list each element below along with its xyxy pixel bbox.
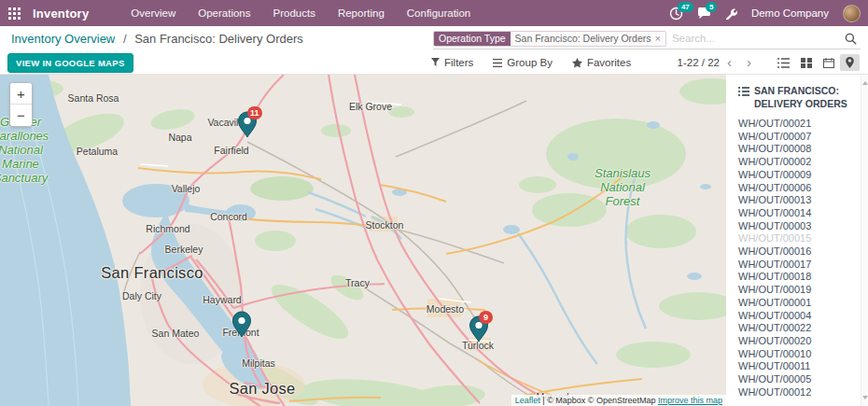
record-link[interactable]: WH/OUT/00016 [738,245,857,259]
facet-category-label: Operation Type [434,32,511,46]
search-icon[interactable] [845,33,857,45]
filter-icon [431,58,440,67]
company-name[interactable]: Demo Company [751,7,829,19]
record-link[interactable]: WH/OUT/00020 [738,335,857,348]
marker-count-badge: 9 [479,311,493,324]
map-marker[interactable] [231,311,252,339]
map-attribution: Leaflet | © Mapbox © OpenStreetMap Impro… [511,395,726,406]
activity-count-badge: 47 [678,2,693,12]
leaflet-link[interactable]: Leaflet [515,396,540,405]
search-bar: Operation Type San Francisco: Delivery O… [433,29,861,49]
map-tiles [0,75,726,406]
breadcrumb-separator: / [123,32,127,46]
breadcrumb-parent-link[interactable]: Inventory Overview [11,32,115,46]
search-facet: Operation Type San Francisco: Delivery O… [433,31,666,47]
zoom-in-button[interactable]: + [10,83,32,105]
record-link[interactable]: WH/OUT/00021 [738,118,857,131]
scroll-up-icon[interactable] [862,81,868,85]
map-record-panel: SAN FRANCISCO: DELIVERY ORDERS WH/OUT/00… [726,75,861,406]
scroll-down-icon[interactable] [862,396,868,399]
map-marker[interactable]: 11 [237,111,258,139]
control-panel-top: Inventory Overview / San Francisco: Deli… [0,26,868,51]
pager-range: 1-22 / 22 [678,57,720,68]
star-icon [572,58,582,68]
record-link[interactable]: WH/OUT/00013 [738,194,857,207]
app-name[interactable]: Inventory [33,7,89,21]
attribution-text: | © Mapbox © OpenStreetMap [540,396,658,405]
record-link[interactable]: WH/OUT/00022 [738,322,857,335]
group-by-button[interactable]: Group By [493,57,553,68]
record-list: WH/OUT/00021WH/OUT/00007WH/OUT/00008WH/O… [738,118,857,399]
record-link[interactable]: WH/OUT/00007 [738,131,857,144]
kanban-view-button[interactable] [795,54,818,71]
record-link[interactable]: WH/OUT/00001 [738,297,857,310]
record-link[interactable]: WH/OUT/00011 [738,360,857,373]
top-navbar: Inventory OverviewOperationsProductsRepo… [0,0,868,26]
record-link[interactable]: WH/OUT/00018 [738,271,857,284]
map-zoom-control: + − [9,82,33,127]
app-menu: OverviewOperationsProductsReportingConfi… [121,1,480,25]
list-icon [738,86,749,110]
facet-value: San Francisco: Delivery Orders [515,33,651,44]
record-link[interactable]: WH/OUT/00010 [738,348,857,361]
menu-reporting[interactable]: Reporting [329,1,394,25]
record-panel-title: SAN FRANCISCO: DELIVERY ORDERS [754,84,857,110]
menu-overview[interactable]: Overview [121,1,185,25]
menu-configuration[interactable]: Configuration [398,1,480,25]
list-view-button[interactable] [772,54,795,71]
map-view-icon [846,57,854,68]
filters-button[interactable]: Filters [431,57,473,68]
group-by-icon [493,59,502,67]
apps-menu-icon[interactable] [8,7,21,20]
record-link[interactable]: WH/OUT/00004 [738,310,857,323]
pager-next-button[interactable]: › [739,57,759,68]
menu-operations[interactable]: Operations [189,1,259,25]
record-link[interactable]: WH/OUT/00015 [738,232,857,245]
favorites-button[interactable]: Favorites [572,57,631,68]
improve-map-link[interactable]: Improve this map [658,396,722,405]
zoom-out-button[interactable]: − [10,105,32,126]
record-link[interactable]: WH/OUT/00019 [738,284,857,297]
record-link[interactable]: WH/OUT/00003 [738,220,857,233]
panel-scrollbar[interactable] [861,75,868,406]
breadcrumb: Inventory Overview / San Francisco: Deli… [0,32,303,46]
calendar-view-icon [823,58,834,68]
facet-remove-icon[interactable]: × [655,33,661,44]
activities-button[interactable]: 47 [669,7,683,21]
view-switcher [772,54,860,71]
kanban-view-icon [801,58,812,68]
record-link[interactable]: WH/OUT/00017 [738,259,857,272]
map-pin-icon [231,311,252,339]
user-avatar[interactable] [843,5,861,22]
control-panel-bottom: VIEW IN GOOGLE MAPS Filters Group By Fav… [0,51,868,75]
pager-previous-button[interactable]: ‹ [720,57,739,68]
list-view-icon [777,58,790,68]
support-tools-button[interactable] [725,7,737,20]
menu-products[interactable]: Products [264,1,325,25]
map-view-button[interactable] [840,54,860,71]
breadcrumb-current: San Francisco: Delivery Orders [134,32,303,46]
record-link[interactable]: WH/OUT/00002 [738,156,857,169]
calendar-view-button[interactable] [818,54,840,71]
view-in-google-maps-button[interactable]: VIEW IN GOOGLE MAPS [7,53,133,73]
wrench-icon [725,7,737,20]
map-canvas[interactable]: Santa RosaElk GroveVacavilleNapaFairfiel… [0,75,726,406]
map-marker[interactable]: 9 [469,315,489,343]
record-link[interactable]: WH/OUT/00014 [738,207,857,220]
record-link[interactable]: WH/OUT/00005 [738,373,857,386]
messages-button[interactable]: 5 [697,7,711,20]
record-link[interactable]: WH/OUT/00012 [738,386,857,399]
record-link[interactable]: WH/OUT/00009 [738,169,857,182]
search-input[interactable] [672,33,845,44]
record-link[interactable]: WH/OUT/00006 [738,182,857,195]
marker-count-badge: 11 [247,106,262,119]
record-link[interactable]: WH/OUT/00008 [738,143,857,156]
message-count-badge: 5 [706,2,717,12]
record-panel-header: SAN FRANCISCO: DELIVERY ORDERS [738,84,857,110]
